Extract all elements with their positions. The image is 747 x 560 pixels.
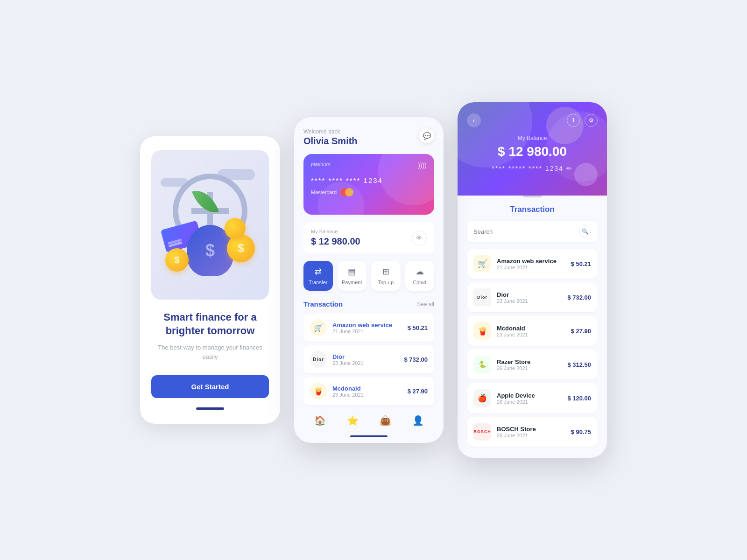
s3-tx-amazon: 🛒 Amazon web service 21 June 2021 $ 50.2… <box>467 249 598 279</box>
payment-button[interactable]: ▤ Payment <box>338 261 367 291</box>
s3-tx-amount-bosch: $ 90.75 <box>571 428 591 435</box>
s3-tx-razer: 🐍 Razer Store 26 June 2021 $ 312.50 <box>467 350 598 379</box>
cloud-button[interactable]: ☁ Cloud <box>405 261 435 291</box>
balance-info: My Balance $ 12 980.00 <box>311 229 360 247</box>
tx-date-mcd: 23 June 2021 <box>332 392 402 398</box>
s3-tx-date-dior: 23 June 2021 <box>497 298 562 304</box>
transaction-item-dior: Dior Dior 23 June 2021 $ 732.00 <box>303 345 434 373</box>
search-box: 🔍 <box>467 221 598 242</box>
s3-tx-info-mcd: Mcdonald 23 June 2021 <box>497 325 565 337</box>
dashboard-content: Welcome back Olivia Smith )))) platinum … <box>294 117 444 409</box>
eye-icon[interactable]: 👁 <box>412 231 427 245</box>
screen-transactions: ‹ ℹ ⚙ My Balance $ 12 980.00 **** ***** … <box>458 102 607 458</box>
s3-tx-name-mcd: Mcdonald <box>497 325 565 332</box>
back-button[interactable]: ‹ <box>467 113 481 127</box>
s3-dior-logo: Dior <box>473 288 491 306</box>
onboarding-illustration <box>151 150 269 300</box>
card-number: **** **** **** 1234 <box>311 176 427 184</box>
s3-tx-amount-amazon: $ 50.21 <box>571 260 591 267</box>
see-all-link[interactable]: See all <box>417 301 434 308</box>
onboarding-subtitle: The best way to manage your finances eas… <box>151 343 269 361</box>
screens-container: Smart finance for a brighter tomorrow Th… <box>140 102 607 458</box>
s3-section-title: Transaction <box>467 205 598 214</box>
transfer-icon: ⇄ <box>315 266 322 277</box>
search-icon[interactable]: 🔍 <box>579 225 591 238</box>
transaction-section-title: Transaction <box>303 300 343 308</box>
balance-label: My Balance <box>311 229 360 234</box>
drag-handle <box>523 196 542 197</box>
card-number-text: **** ***** **** 1234 <box>492 165 564 172</box>
s3-tx-date-bosch: 26 June 2021 <box>497 433 565 438</box>
nav-home[interactable]: 🏠 <box>314 415 326 426</box>
nav-wallet[interactable]: 👜 <box>380 415 391 426</box>
mastercard-logo <box>340 188 349 196</box>
s3-tx-name-amazon: Amazon web service <box>497 258 565 265</box>
s3-tx-name-razer: Razer Store <box>497 358 562 365</box>
s3-tx-amount-apple: $ 120.00 <box>567 395 591 402</box>
welcome-label: Welcome back <box>303 128 434 135</box>
transaction-list-body: Transaction 🔍 🛒 Amazon web service 21 Ju… <box>458 188 607 458</box>
s3-apple-logo: 🍎 <box>473 389 491 407</box>
tx-date-dior: 23 June 2021 <box>332 360 398 366</box>
chat-icon[interactable] <box>419 128 434 143</box>
tx-name-dior: Dior <box>332 353 398 360</box>
s3-tx-date-apple: 26 June 2021 <box>497 399 562 405</box>
s3-tx-name-bosch: BOSCH Store <box>497 426 565 433</box>
transaction-item-amazon: 🛒 Amazon web service 21 June 2021 $ 50.2… <box>303 314 434 342</box>
s3-tx-info-apple: Apple Device 26 June 2021 <box>497 392 562 405</box>
s3-tx-mcd: 🍟 Mcdonald 23 June 2021 $ 27.90 <box>467 316 598 346</box>
transaction-info-dior: Dior 23 June 2021 <box>332 353 398 366</box>
page-indicator <box>196 407 224 410</box>
payment-card: )))) platinum **** **** **** 1234 Master… <box>303 154 434 215</box>
s3-card-number: **** ***** **** 1234 ✏ <box>467 165 598 172</box>
card-brand-name: Mastercard <box>311 189 337 195</box>
s3-tx-name-dior: Dior <box>497 291 562 298</box>
s3-tx-dior: Dior Dior 23 June 2021 $ 732.00 <box>467 282 598 312</box>
tx-date-amazon: 21 June 2021 <box>332 329 402 334</box>
nav-profile[interactable]: 👤 <box>412 415 424 426</box>
tx-amount-amazon: $ 50.21 <box>408 324 428 331</box>
transfer-button[interactable]: ⇄ Transfer <box>303 261 333 291</box>
tx-name-amazon: Amazon web service <box>332 322 402 329</box>
topup-label: Top-up <box>378 280 394 285</box>
screen-onboarding: Smart finance for a brighter tomorrow Th… <box>140 136 280 424</box>
info-icon[interactable]: ℹ <box>567 114 580 127</box>
home-indicator <box>350 435 388 437</box>
transfer-label: Transfer <box>309 280 328 285</box>
tx-name-mcd: Mcdonald <box>332 385 402 392</box>
tx-amount-mcd: $ 27.90 <box>408 388 428 395</box>
dior-logo: Dior <box>310 351 327 368</box>
s3-amazon-logo: 🛒 <box>473 255 491 273</box>
get-started-button[interactable]: Get Started <box>151 375 269 398</box>
mcdonald-logo: 🍟 <box>310 383 327 399</box>
s3-mcd-logo: 🍟 <box>473 322 491 340</box>
settings-icon[interactable]: ⚙ <box>585 114 598 127</box>
topup-button[interactable]: ⊞ Top-up <box>371 261 401 291</box>
cloud-label: Cloud <box>413 280 426 285</box>
bottom-navigation: 🏠 ⭐ 👜 👤 <box>294 409 444 435</box>
balance-amount: $ 12 980.00 <box>311 236 360 247</box>
s3-tx-date-razer: 26 June 2021 <box>497 365 562 371</box>
s3-tx-info-razer: Razer Store 26 June 2021 <box>497 358 562 371</box>
actions-row: ⇄ Transfer ▤ Payment ⊞ Top-up ☁ Cloud <box>303 261 434 291</box>
coin-icon-1 <box>227 234 255 262</box>
tx-amount-dior: $ 732.00 <box>404 356 428 363</box>
coin-icon-2 <box>225 218 246 239</box>
onboarding-title: Smart finance for a brighter tomorrow <box>151 311 269 337</box>
amazon-logo: 🛒 <box>310 319 327 336</box>
transaction-info-mcd: Mcdonald 23 June 2021 <box>332 385 402 398</box>
edit-card-icon: ✏ <box>566 165 573 172</box>
user-name: Olivia Smith <box>303 136 434 147</box>
balance-section: My Balance $ 12 980.00 👁 <box>303 222 434 253</box>
header-top-row: ‹ ℹ ⚙ <box>467 113 598 127</box>
screen-dashboard: Welcome back Olivia Smith )))) platinum … <box>294 117 444 443</box>
cloud-icon: ☁ <box>416 266 424 277</box>
transaction-item-mcd: 🍟 Mcdonald 23 June 2021 $ 27.90 <box>303 377 434 405</box>
s3-tx-amount-mcd: $ 27.90 <box>571 328 591 335</box>
nav-stats[interactable]: ⭐ <box>347 415 359 426</box>
topup-icon: ⊞ <box>382 266 389 277</box>
s3-tx-info-dior: Dior 23 June 2021 <box>497 291 562 304</box>
transaction-info-amazon: Amazon web service 21 June 2021 <box>332 322 402 334</box>
transaction-header: ‹ ℹ ⚙ My Balance $ 12 980.00 **** ***** … <box>458 102 607 196</box>
search-input[interactable] <box>473 228 575 235</box>
